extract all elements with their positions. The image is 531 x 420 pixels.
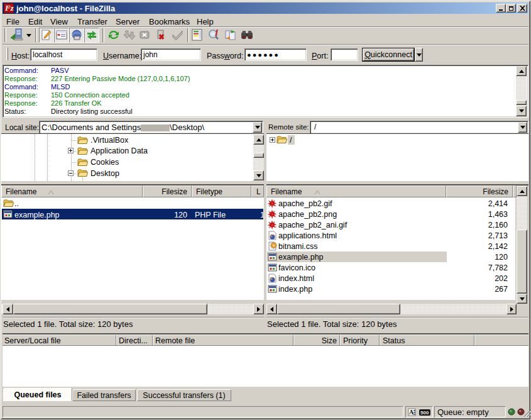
svg-text:500: 500 bbox=[420, 410, 429, 416]
svg-text:A: A bbox=[409, 409, 414, 416]
